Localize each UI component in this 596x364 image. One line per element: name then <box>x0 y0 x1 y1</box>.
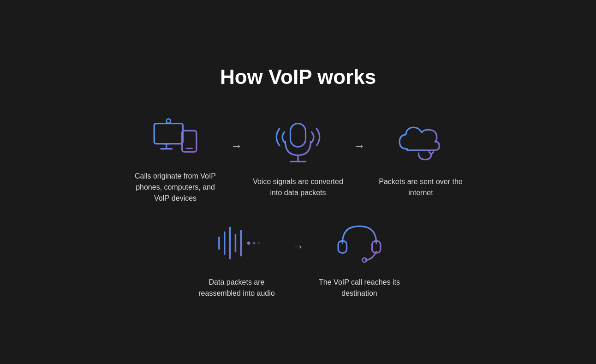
svg-rect-0 <box>154 123 183 143</box>
step-headset: The VoIP call reaches its destination <box>313 218 405 299</box>
waveform-icon-wrapper <box>211 218 262 269</box>
arrow1: → <box>231 139 243 153</box>
svg-point-18 <box>258 242 260 244</box>
bottom-row: Data packets are reassembled into audio … <box>191 218 405 299</box>
svg-point-16 <box>247 241 250 245</box>
step5-label: The VoIP call reaches its destination <box>313 277 405 299</box>
step1-label: Calls originate from VoIP phones, comput… <box>129 171 221 204</box>
svg-rect-8 <box>291 123 306 146</box>
diagram-container: Calls originate from VoIP phones, comput… <box>129 112 467 299</box>
cloud-icon-wrapper <box>395 117 446 168</box>
waveform-icon <box>211 218 262 269</box>
step-waveform: Data packets are reassembled into audio <box>191 218 283 299</box>
microphone-icon-wrapper <box>273 117 323 168</box>
top-row: Calls originate from VoIP phones, comput… <box>129 112 467 204</box>
devices-icon <box>150 112 201 162</box>
page-title: How VoIP works <box>220 66 376 89</box>
devices-icon-wrapper <box>150 112 201 162</box>
step3-label: Packets are sent over the internet <box>375 176 467 198</box>
cloud-icon <box>395 117 446 168</box>
arrow2: → <box>353 139 365 153</box>
microphone-icon <box>273 117 323 168</box>
svg-point-4 <box>167 119 171 123</box>
step-cloud: Packets are sent over the internet <box>375 117 467 198</box>
arrow3: → <box>292 239 304 254</box>
step-devices: Calls originate from VoIP phones, comput… <box>129 112 221 204</box>
headset-icon-wrapper <box>334 218 385 269</box>
step2-label: Voice signals are converted into data pa… <box>252 176 344 198</box>
headset-icon <box>334 218 385 269</box>
svg-point-17 <box>253 242 256 244</box>
step4-label: Data packets are reassembled into audio <box>191 277 283 299</box>
step-microphone: Voice signals are converted into data pa… <box>252 117 344 198</box>
